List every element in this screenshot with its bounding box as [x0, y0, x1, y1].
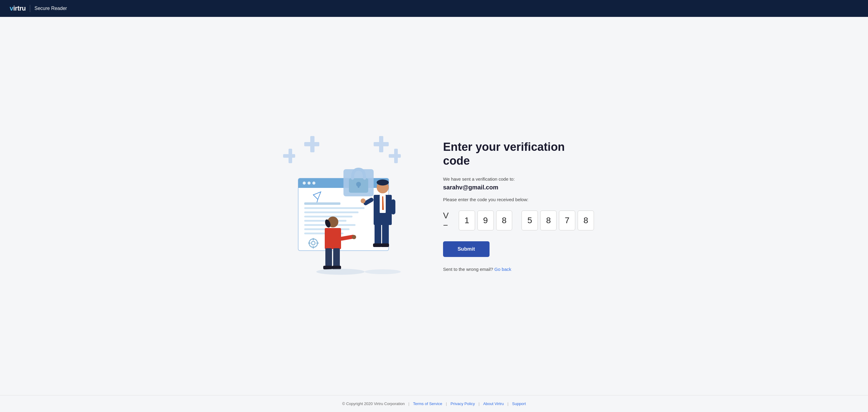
svg-point-54 — [352, 235, 356, 239]
svg-point-35 — [377, 179, 389, 185]
svg-rect-1 — [288, 149, 292, 163]
svg-rect-5 — [394, 149, 398, 163]
support-link[interactable]: Support — [512, 402, 526, 406]
svg-rect-33 — [358, 184, 360, 188]
code-digit-3[interactable]: 8 — [496, 210, 513, 231]
wrong-email-text: Sent to the wrong email? — [443, 267, 493, 272]
svg-rect-29 — [316, 242, 319, 244]
code-digit-2[interactable]: 9 — [477, 210, 494, 231]
svg-rect-51 — [323, 266, 332, 269]
svg-rect-27 — [313, 246, 314, 248]
footer-sep-1: | — [408, 402, 409, 406]
svg-rect-26 — [313, 238, 314, 240]
code-digit-6[interactable]: 7 — [559, 210, 575, 231]
submit-button[interactable]: Submit — [443, 241, 490, 257]
svg-rect-44 — [391, 199, 395, 214]
svg-rect-42 — [380, 243, 389, 247]
svg-point-13 — [312, 181, 315, 184]
header-title: Secure Reader — [34, 6, 67, 11]
svg-point-45 — [361, 199, 366, 203]
svg-rect-18 — [304, 211, 359, 213]
go-back-link[interactable]: Go back — [494, 267, 511, 272]
svg-point-12 — [308, 181, 311, 184]
code-digit-5[interactable]: 8 — [540, 210, 557, 231]
enter-code-instruction: Please enter the code you received below… — [443, 197, 594, 202]
form-side: Enter your verification code We have sen… — [443, 140, 594, 271]
page-heading: Enter your verification code — [443, 140, 594, 168]
illustration — [274, 136, 419, 276]
logo-area: virtru Secure Reader — [10, 4, 67, 12]
svg-rect-48 — [325, 228, 341, 249]
copyright-text: © Copyright 2020 Virtru Corporation — [342, 402, 405, 406]
svg-point-55 — [316, 269, 365, 275]
footer-sep-4: | — [507, 402, 508, 406]
footer-sep-2: | — [446, 402, 447, 406]
code-input-row: V − 1 9 8 5 8 7 8 — [443, 210, 594, 231]
svg-rect-49 — [326, 248, 332, 268]
privacy-policy-link[interactable]: Privacy Policy — [451, 402, 475, 406]
code-digit-1[interactable]: 1 — [459, 210, 475, 231]
content-wrapper: Enter your verification code We have sen… — [268, 136, 600, 276]
footer-sep-3: | — [479, 402, 479, 406]
svg-rect-3 — [310, 136, 314, 152]
virtru-logo: virtru — [10, 4, 26, 12]
header-divider — [30, 5, 30, 12]
svg-rect-50 — [333, 248, 340, 268]
svg-rect-41 — [373, 243, 381, 247]
terms-of-service-link[interactable]: Terms of Service — [413, 402, 442, 406]
svg-rect-16 — [304, 202, 340, 205]
svg-point-11 — [303, 181, 306, 184]
svg-rect-40 — [382, 224, 389, 245]
svg-rect-28 — [308, 242, 311, 244]
header: virtru Secure Reader — [0, 0, 868, 17]
main-content: Enter your verification code We have sen… — [0, 17, 868, 395]
code-digit-7[interactable]: 8 — [578, 210, 594, 231]
svg-rect-19 — [304, 216, 352, 217]
code-prefix: V − — [443, 211, 455, 230]
subtitle-text: We have sent a verification code to: — [443, 176, 594, 181]
svg-rect-39 — [375, 224, 381, 245]
email-display: sarahv@gmail.com — [443, 184, 594, 191]
code-digit-4[interactable]: 5 — [522, 210, 538, 231]
svg-rect-7 — [379, 136, 383, 152]
wrong-email-section: Sent to the wrong email? Go back — [443, 267, 594, 272]
svg-point-56 — [365, 269, 401, 274]
about-virtru-link[interactable]: About Virtru — [483, 402, 504, 406]
footer: © Copyright 2020 Virtru Corporation | Te… — [0, 395, 868, 412]
svg-rect-17 — [304, 207, 365, 209]
